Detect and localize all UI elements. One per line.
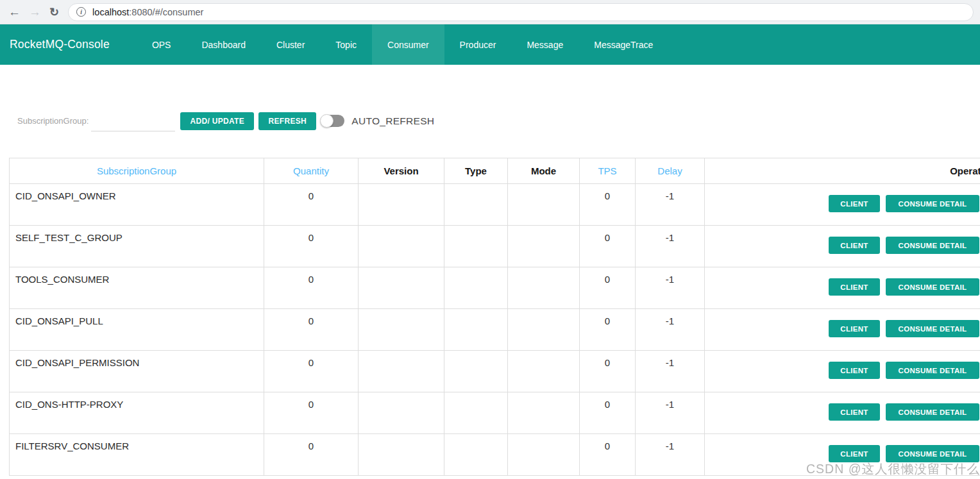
cell-tps: 0 xyxy=(580,184,636,226)
cell-type xyxy=(444,392,508,434)
nav-item-message[interactable]: Message xyxy=(511,24,579,65)
subscription-group-input[interactable] xyxy=(91,117,175,131)
col-mode: Mode xyxy=(508,158,580,184)
table-header-row: SubscriptionGroup Quantity Version Type … xyxy=(10,158,980,184)
toggle-thumb xyxy=(320,114,334,128)
nav-item-producer[interactable]: Producer xyxy=(444,24,512,65)
cell-mode xyxy=(508,226,580,267)
cell-subscription-group: TOOLS_CONSUMER xyxy=(10,267,264,309)
table-row: CID_ONSAPI_OWNER 0 0 -1 CLIENTCONSUME DE… xyxy=(10,184,980,226)
table-row: CID_ONS-HTTP-PROXY 0 0 -1 CLIENTCONSUME … xyxy=(10,392,980,434)
cell-mode xyxy=(508,267,580,309)
cell-tps: 0 xyxy=(580,267,636,309)
cell-delay: -1 xyxy=(636,392,705,434)
cell-mode xyxy=(508,351,580,392)
cell-delay: -1 xyxy=(636,351,705,392)
cell-quantity: 0 xyxy=(264,226,359,267)
cell-quantity: 0 xyxy=(264,351,359,392)
consume-detail-button[interactable]: CONSUME DETAIL xyxy=(886,362,979,379)
cell-tps: 0 xyxy=(580,226,636,267)
cell-version xyxy=(359,226,444,267)
col-operation: Operation xyxy=(705,158,980,184)
cell-type xyxy=(444,267,508,309)
nav-item-topic[interactable]: Topic xyxy=(320,24,372,65)
url-text[interactable]: localhost:8080/#/consumer xyxy=(92,7,203,17)
table-row: CID_ONSAPI_PULL 0 0 -1 CLIENTCONSUME DET… xyxy=(10,309,980,351)
cell-tps: 0 xyxy=(580,392,636,434)
filter-bar: SubscriptionGroup: ADD/ UPDATE REFRESH A… xyxy=(17,112,980,130)
nav-item-ops[interactable]: OPS xyxy=(137,24,187,65)
reload-icon[interactable]: ↻ xyxy=(49,6,59,18)
consume-detail-button[interactable]: CONSUME DETAIL xyxy=(886,278,979,296)
cell-quantity: 0 xyxy=(264,309,359,351)
cell-subscription-group: SELF_TEST_C_GROUP xyxy=(10,226,264,267)
cell-quantity: 0 xyxy=(264,392,359,434)
cell-delay: -1 xyxy=(636,309,705,351)
client-button[interactable]: CLIENT xyxy=(829,320,880,337)
nav-item-cluster[interactable]: Cluster xyxy=(261,24,320,65)
cell-delay: -1 xyxy=(636,267,705,309)
table-row: FILTERSRV_CONSUMER 0 0 -1 CLIENTCONSUME … xyxy=(10,434,980,476)
back-icon[interactable]: ← xyxy=(8,6,21,18)
consume-detail-button[interactable]: CONSUME DETAIL xyxy=(886,320,979,337)
client-button[interactable]: CLIENT xyxy=(829,403,880,421)
col-subscription-group[interactable]: SubscriptionGroup xyxy=(10,158,264,184)
subscription-group-label: SubscriptionGroup: xyxy=(17,116,89,126)
client-button[interactable]: CLIENT xyxy=(829,445,880,462)
cell-type xyxy=(444,351,508,392)
consume-detail-button[interactable]: CONSUME DETAIL xyxy=(886,445,979,462)
cell-subscription-group: CID_ONSAPI_OWNER xyxy=(10,184,264,226)
cell-version xyxy=(359,434,444,476)
cell-type xyxy=(444,184,508,226)
brand-title[interactable]: RocketMQ-Console xyxy=(10,38,110,51)
url-path: :8080/#/consumer xyxy=(129,7,203,17)
table-row: TOOLS_CONSUMER 0 0 -1 CLIENTCONSUME DETA… xyxy=(10,267,980,309)
cell-subscription-group: CID_ONSAPI_PULL xyxy=(10,309,264,351)
cell-tps: 0 xyxy=(580,309,636,351)
cell-delay: -1 xyxy=(636,184,705,226)
cell-version xyxy=(359,309,444,351)
cell-quantity: 0 xyxy=(264,267,359,309)
cell-type xyxy=(444,434,508,476)
consume-detail-button[interactable]: CONSUME DETAIL xyxy=(886,237,979,254)
cell-quantity: 0 xyxy=(264,434,359,476)
forward-icon: → xyxy=(29,6,41,18)
col-quantity[interactable]: Quantity xyxy=(264,158,359,184)
cell-delay: -1 xyxy=(636,434,705,476)
app-navbar: RocketMQ-Console OPS Dashboard Cluster T… xyxy=(0,24,980,65)
col-delay[interactable]: Delay xyxy=(636,158,705,184)
cell-subscription-group: CID_ONS-HTTP-PROXY xyxy=(10,392,264,434)
auto-refresh-toggle[interactable] xyxy=(321,115,344,127)
address-bar[interactable]: i localhost:8080/#/consumer xyxy=(68,3,974,21)
cell-type xyxy=(444,226,508,267)
col-tps[interactable]: TPS xyxy=(580,158,636,184)
client-button[interactable]: CLIENT xyxy=(829,237,880,254)
cell-subscription-group: CID_ONSAPI_PERMISSION xyxy=(10,351,264,392)
page-info-icon[interactable]: i xyxy=(76,7,86,17)
refresh-button[interactable]: REFRESH xyxy=(258,112,316,130)
table-row: CID_ONSAPI_PERMISSION 0 0 -1 CLIENTCONSU… xyxy=(10,351,980,392)
cell-type xyxy=(444,309,508,351)
cell-version xyxy=(359,351,444,392)
auto-refresh-label: AUTO_REFRESH xyxy=(351,115,434,127)
cell-mode xyxy=(508,184,580,226)
consume-detail-button[interactable]: CONSUME DETAIL xyxy=(886,403,979,421)
url-host: localhost xyxy=(92,7,129,17)
cell-tps: 0 xyxy=(580,434,636,476)
cell-subscription-group: FILTERSRV_CONSUMER xyxy=(10,434,264,476)
cell-version xyxy=(359,267,444,309)
col-version: Version xyxy=(359,158,444,184)
nav-item-messagetrace[interactable]: MessageTrace xyxy=(579,24,668,65)
cell-tps: 0 xyxy=(580,351,636,392)
add-update-button[interactable]: ADD/ UPDATE xyxy=(180,112,254,130)
client-button[interactable]: CLIENT xyxy=(829,278,880,296)
col-type: Type xyxy=(444,158,508,184)
client-button[interactable]: CLIENT xyxy=(829,195,880,212)
nav-item-dashboard[interactable]: Dashboard xyxy=(186,24,261,65)
cell-quantity: 0 xyxy=(264,184,359,226)
client-button[interactable]: CLIENT xyxy=(829,362,880,379)
consume-detail-button[interactable]: CONSUME DETAIL xyxy=(886,195,979,212)
table-row: SELF_TEST_C_GROUP 0 0 -1 CLIENTCONSUME D… xyxy=(10,226,980,267)
cell-mode xyxy=(508,434,580,476)
nav-item-consumer[interactable]: Consumer xyxy=(372,24,444,65)
